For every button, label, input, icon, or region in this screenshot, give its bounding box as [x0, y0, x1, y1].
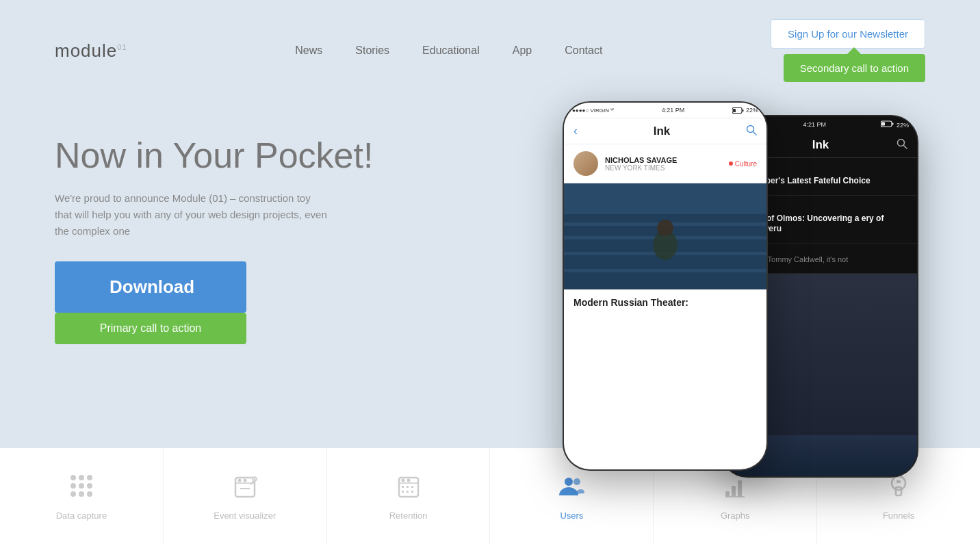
feature-retention[interactable]: Retention — [327, 448, 491, 544]
phone-back-search-icon[interactable] — [897, 138, 907, 152]
svg-rect-6 — [733, 109, 736, 112]
svg-rect-41 — [407, 486, 409, 488]
svg-point-21 — [70, 483, 76, 489]
svg-rect-42 — [411, 486, 413, 488]
retention-icon — [395, 472, 422, 502]
nav-item-stories[interactable]: Stories — [355, 44, 389, 57]
svg-point-22 — [79, 483, 84, 489]
svg-rect-2 — [892, 123, 894, 125]
phone-back-battery: 22% — [881, 120, 909, 129]
phones-mockup: ●●●●○ 4:21 PM 22% Ink OCT 3, — [528, 88, 939, 484]
tag-dot — [729, 161, 733, 166]
feature-retention-label: Retention — [389, 510, 428, 521]
download-button[interactable]: Download — [55, 261, 246, 313]
svg-line-9 — [753, 131, 757, 135]
phone-front-battery: 22% — [732, 107, 758, 114]
article-source: NEW YORK TIMES — [605, 164, 722, 172]
feature-event-visualizer-label: Event visualizer — [214, 510, 276, 521]
primary-cta-button[interactable]: Primary call to action — [55, 313, 246, 344]
phone-front-back-icon[interactable]: ‹ — [573, 124, 578, 138]
phone-back-app-title: Ink — [812, 138, 829, 152]
svg-rect-45 — [411, 491, 413, 493]
svg-rect-40 — [402, 486, 404, 488]
header-secondary-cta-button[interactable]: Secondary call to action — [784, 54, 925, 82]
svg-rect-50 — [738, 480, 742, 497]
svg-rect-7 — [742, 109, 743, 112]
svg-rect-49 — [732, 486, 736, 497]
logo-name: module — [55, 40, 117, 61]
hero-text: Now in Your Pocket! We're proud to annou… — [55, 115, 411, 344]
nav-item-educational[interactable]: Educational — [422, 44, 480, 57]
feature-event-visualizer[interactable]: Event visualizer — [164, 448, 327, 544]
feature-data-capture[interactable]: Data capture — [0, 448, 164, 544]
svg-point-18 — [70, 475, 76, 480]
phone-front-article-image — [564, 183, 766, 289]
hero-description: We're proud to announce Module (01) – co… — [55, 190, 328, 239]
phone-front-carrier: ●●●●○ VIRGIN ᵂ — [572, 107, 614, 114]
author-avatar — [573, 151, 598, 176]
svg-point-20 — [87, 475, 92, 480]
nav-item-app[interactable]: App — [513, 44, 532, 57]
logo: module01 — [55, 40, 127, 62]
phone-front-article-caption: Modern Russian Theater: — [564, 289, 766, 315]
article-author: NICHOLAS SAVAGE — [605, 156, 722, 164]
feature-graphs-label: Graphs — [721, 510, 750, 521]
svg-rect-48 — [725, 491, 730, 497]
svg-point-25 — [79, 491, 84, 497]
newsletter-button[interactable]: Sign Up for our Newsletter — [771, 19, 925, 49]
svg-line-4 — [904, 146, 907, 149]
nav-item-news[interactable]: News — [295, 44, 322, 57]
phone-front-time: 4:21 PM — [662, 107, 685, 114]
svg-rect-1 — [881, 122, 885, 126]
svg-rect-11 — [564, 272, 766, 289]
logo-version: 01 — [117, 43, 127, 51]
phone-front-statusbar: ●●●●○ VIRGIN ᵂ 4:21 PM 22% — [564, 103, 766, 118]
svg-point-46 — [565, 478, 573, 486]
nav-item-contact[interactable]: Contact — [565, 44, 602, 57]
svg-rect-53 — [896, 487, 901, 495]
svg-rect-43 — [402, 491, 404, 493]
data-capture-icon — [68, 472, 95, 502]
users-icon — [558, 472, 585, 502]
svg-point-24 — [70, 491, 76, 497]
phone-front-navbar: ‹ Ink — [564, 118, 766, 144]
svg-point-47 — [573, 478, 580, 485]
svg-point-30 — [243, 478, 246, 482]
phone-front-search-icon[interactable] — [746, 125, 757, 138]
svg-point-29 — [237, 478, 241, 482]
feature-funnels-label: Funnels — [883, 510, 914, 521]
hero-title: Now in Your Pocket! — [55, 135, 411, 177]
feature-users-label: Users — [560, 510, 583, 521]
svg-point-39 — [407, 478, 410, 482]
header-right: Sign Up for our Newsletter Secondary cal… — [771, 19, 925, 82]
hero-section: Now in Your Pocket! We're proud to annou… — [0, 101, 980, 344]
main-nav: News Stories Educational App Contact — [295, 44, 602, 57]
svg-point-17 — [657, 220, 673, 236]
phone-front: ●●●●○ VIRGIN ᵂ 4:21 PM 22% ‹ Ink — [563, 101, 768, 471]
event-visualizer-icon — [231, 472, 259, 502]
phone-back-time: 4:21 PM — [803, 121, 827, 128]
svg-rect-44 — [407, 491, 409, 493]
header: module01 News Stories Educational App Co… — [0, 0, 980, 101]
phone-front-article-header: NICHOLAS SAVAGE NEW YORK TIMES Culture — [564, 144, 766, 183]
svg-point-26 — [87, 491, 92, 497]
phone-front-screen: ●●●●○ VIRGIN ᵂ 4:21 PM 22% ‹ Ink — [564, 103, 766, 469]
article-tag-label: Culture — [735, 160, 757, 168]
svg-point-38 — [401, 478, 404, 482]
phone-front-app-title: Ink — [654, 125, 671, 138]
svg-rect-55 — [897, 480, 901, 483]
phone-front-article-title: Modern Russian Theater: — [573, 296, 757, 309]
article-tag: Culture — [729, 160, 757, 168]
feature-data-capture-label: Data capture — [56, 510, 107, 521]
svg-point-23 — [87, 483, 92, 489]
article-meta: NICHOLAS SAVAGE NEW YORK TIMES — [605, 156, 722, 172]
svg-point-19 — [79, 475, 84, 480]
